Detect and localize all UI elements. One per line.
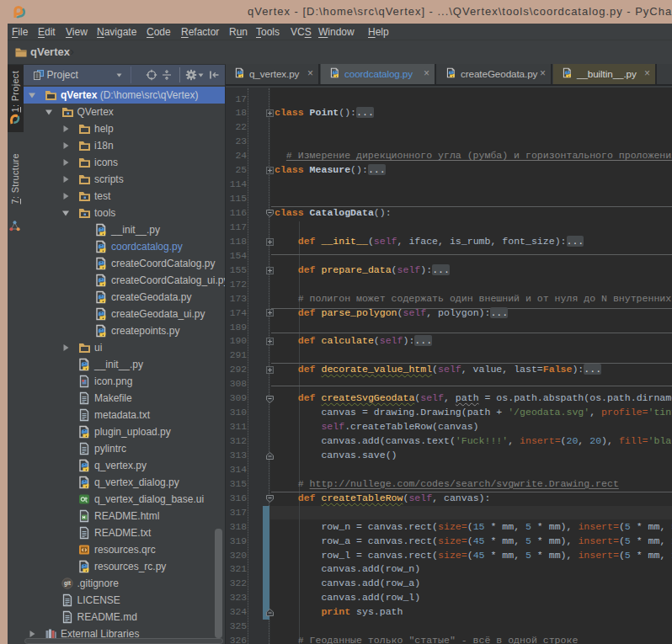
svg-text:git: git: [64, 580, 72, 587]
